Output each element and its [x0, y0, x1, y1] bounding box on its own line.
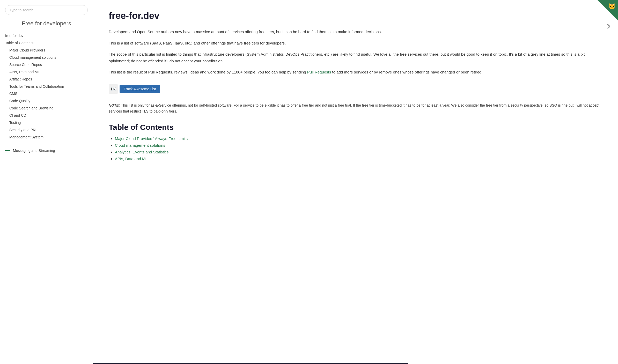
toc-link-major-cloud[interactable]: Major Cloud Providers' Always-Free Limit…	[115, 136, 188, 141]
sidebar-item-code-quality[interactable]: Code Quality	[0, 97, 93, 105]
github-icon: 🐱	[608, 3, 615, 10]
sidebar-footer: Messaging and Streaming	[0, 146, 93, 155]
track-awesome-list-button[interactable]: Track Awesome List	[120, 85, 160, 93]
main-content: 🐱 ☽ free-for.dev Developers and Open Sou…	[93, 0, 618, 364]
toc-link-apis[interactable]: APIs, Data and ML	[115, 157, 148, 161]
sidebar-item-major-cloud[interactable]: Major Cloud Providers	[0, 47, 93, 54]
toc-title: Table of Contents	[109, 123, 602, 132]
sidebar-item-tools-teams[interactable]: Tools for Teams and Collaboration	[0, 83, 93, 90]
page-title: free-for.dev	[109, 10, 602, 21]
sidebar-nav: free-for.dev Table of Contents Major Clo…	[0, 32, 93, 146]
search-container	[0, 5, 93, 20]
pull-requests-link[interactable]: Pull Requests	[307, 70, 331, 74]
toc-item: Major Cloud Providers' Always-Free Limit…	[115, 136, 602, 141]
intro-para-3: The scope of this particular list is lim…	[109, 51, 602, 64]
sidebar-item-cloud-mgmt[interactable]: Cloud management solutions	[0, 54, 93, 61]
sidebar-section-header[interactable]: Table of Contents	[0, 39, 93, 47]
track-badge-icon: 👀	[109, 84, 118, 94]
search-input[interactable]	[5, 5, 88, 15]
sidebar-item-source-code[interactable]: Source Code Repos	[0, 61, 93, 68]
hamburger-icon[interactable]	[5, 149, 10, 152]
intro-para-1: Developers and Open Source authors now h…	[109, 28, 602, 35]
sidebar-item-cms[interactable]: CMS	[0, 90, 93, 97]
toc-list: Major Cloud Providers' Always-Free Limit…	[109, 136, 602, 161]
toc-link-analytics[interactable]: Analytics, Events and Statistics	[115, 150, 169, 154]
sidebar: Free for developers free-for.dev Table o…	[0, 0, 93, 364]
intro-para-4: This list is the result of Pull Requests…	[109, 69, 602, 76]
sidebar-item-security[interactable]: Security and PKI	[0, 126, 93, 133]
toc-item: Cloud management solutions	[115, 143, 602, 148]
toc-item: APIs, Data and ML	[115, 157, 602, 161]
sidebar-item-artifact[interactable]: Artifact Repos	[0, 76, 93, 83]
toc-link-cloud-mgmt[interactable]: Cloud management solutions	[115, 143, 165, 147]
note-label: NOTE:	[109, 103, 120, 107]
sidebar-item-free-for-dev[interactable]: free-for.dev	[0, 32, 93, 39]
note-paragraph: NOTE: This list is only for as-a-Service…	[109, 102, 602, 115]
sidebar-item-ci-cd[interactable]: CI and CD	[0, 112, 93, 119]
sidebar-title: Free for developers	[0, 20, 93, 32]
sidebar-item-management[interactable]: Management System	[0, 133, 93, 141]
messaging-streaming-link[interactable]: Messaging and Streaming	[13, 148, 55, 153]
track-badge-container: 👀 Track Awesome List	[109, 84, 160, 94]
scroll-progress-bar	[93, 363, 408, 364]
sidebar-item-testing[interactable]: Testing	[0, 119, 93, 126]
sidebar-item-apis[interactable]: APIs, Data and ML	[0, 68, 93, 76]
intro-para-2: This is a list of software (SaaS, PaaS, …	[109, 40, 602, 47]
sidebar-item-code-search[interactable]: Code Search and Browsing	[0, 105, 93, 112]
dark-mode-toggle[interactable]: ☽	[605, 23, 610, 30]
toc-item: Analytics, Events and Statistics	[115, 150, 602, 154]
